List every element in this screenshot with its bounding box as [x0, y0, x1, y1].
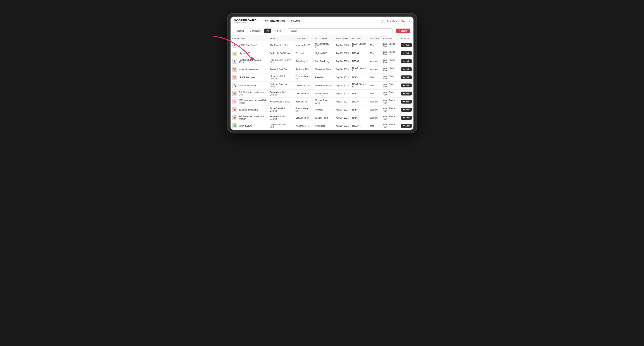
cell-gender: Men — [368, 49, 381, 57]
filter-button[interactable]: ≡ Filter — [273, 28, 284, 33]
edit-icon: ✏ — [403, 60, 405, 62]
logo-area: SCOREBOARD Powered by clippit — [234, 19, 257, 23]
event-icon: 🏌 — [232, 59, 237, 64]
edit-label: Edit — [406, 60, 410, 62]
tablet-frame: SCOREBOARD Powered by clippit TOURNAMENT… — [227, 13, 417, 133]
cell-event-name: 🦅 upike fall invitational — [230, 106, 268, 114]
edit-button[interactable]: ✏ Edit — [401, 75, 412, 79]
cell-division: NAIA — [350, 73, 368, 82]
event-icon: 🦅 — [232, 107, 237, 112]
col-start-date: START DATE — [334, 36, 350, 41]
cell-venue: Hesston Golf Course — [268, 98, 294, 106]
cell-event-name: 🌸 2023 Women's Hesston Fall Kickoff — [230, 98, 268, 106]
edit-button[interactable]: ✏ Edit — [401, 83, 412, 87]
edit-button[interactable]: ✏ Edit — [401, 67, 412, 71]
header-right: ⚙ Test User | Sign out — [381, 19, 410, 23]
event-name-text: VU PREVIEW — [238, 125, 252, 127]
cell-gender: Men — [368, 122, 381, 130]
edit-label: Edit — [406, 109, 410, 111]
col-division: DIVISION — [350, 36, 368, 41]
cell-event-name: 🦅 UPIKE Fall Invite — [230, 73, 268, 82]
tab-tournaments[interactable]: TOURNAMENTS — [262, 16, 288, 26]
cell-actions: ✏ Edit — [399, 57, 414, 65]
edit-button[interactable]: ✏ Edit — [401, 43, 412, 47]
cell-scoring: team, Stroke Play — [381, 73, 399, 82]
cell-scoring: team, Stroke Play — [381, 49, 399, 57]
cell-start-date: Aug 25, 2023 — [334, 49, 350, 57]
edit-button[interactable]: ✏ Edit — [401, 108, 412, 112]
cell-division: NCAA Division II — [350, 65, 368, 73]
cell-division: NJCAA I — [350, 49, 368, 57]
edit-button[interactable]: ✏ Edit — [401, 100, 412, 104]
edit-button[interactable]: ✏ Edit — [401, 116, 412, 120]
table-row: 🏌 Carl Sandburg Women FA23 Lake Bracken … — [230, 57, 414, 65]
table-row: 🐾 Morris Invitational Ruttger's Bay Lake… — [230, 82, 414, 90]
col-scoring: SCORING — [381, 36, 399, 41]
event-name-text: UPIKE Fall Invite — [238, 76, 255, 79]
edit-icon: ✏ — [403, 109, 405, 111]
table-row: 🌸 2023 Women's Hesston Fall Kickoff Hess… — [230, 98, 414, 106]
cell-hosted-by: Minnesota State — [313, 65, 334, 73]
col-gender: GENDER — [368, 36, 381, 41]
edit-label: Edit — [406, 117, 410, 119]
edit-label: Edit — [406, 76, 410, 78]
edit-label: Edit — [406, 92, 410, 95]
all-filter-button[interactable]: All — [264, 28, 271, 33]
cell-hosted-by: Mt. Saint Mary (NY) — [313, 41, 334, 49]
event-name-text: MSMC Qualifying 1 — [238, 44, 258, 46]
cell-division: NJCAA II — [350, 122, 368, 130]
filter-bar: Hosting Competing All ≡ Filter + Create — [230, 26, 414, 36]
cell-actions: ✏ Edit — [399, 122, 414, 130]
cell-scoring: team, Stroke Play — [381, 65, 399, 73]
gear-icon[interactable]: ⚙ — [381, 19, 385, 23]
cell-city-state: Faribault, MN — [294, 65, 314, 73]
cell-actions: ✏ Edit — [399, 82, 414, 90]
cell-venue: Cypress Hills Golf Club — [268, 122, 294, 130]
edit-icon: ✏ — [403, 76, 405, 78]
event-name-text: Carl Sandburg Women FA23 — [238, 59, 266, 64]
hosting-filter-button[interactable]: Hosting — [234, 28, 246, 33]
edit-button[interactable]: ✏ Edit — [401, 124, 412, 128]
edit-label: Edit — [406, 52, 410, 54]
cell-event-name: 🦅 Fall Statesmen Invitational - Men — [230, 90, 268, 98]
cell-city-state: Oskaloosa, IA — [294, 114, 314, 122]
tab-teams[interactable]: TEAMS — [288, 16, 303, 26]
app-header: SCOREBOARD Powered by clippit TOURNAMENT… — [230, 16, 414, 26]
cell-city-state: Hesston, KS — [294, 98, 314, 106]
event-name-text: Maverick Invitational — [238, 68, 258, 71]
user-name: Test User — [387, 20, 397, 22]
sign-out-link[interactable]: Sign out — [401, 20, 410, 22]
search-box — [288, 28, 392, 33]
logo-title: SCOREBOARD — [234, 19, 257, 22]
cell-actions: ✏ Edit — [399, 73, 414, 82]
cell-event-name: 🏌 MSMC Qualifying 1 — [230, 41, 268, 49]
edit-icon: ✏ — [403, 52, 405, 54]
edit-button[interactable]: ✏ Edit — [401, 92, 412, 96]
cell-venue: StoneCrest Golf Course — [268, 106, 294, 114]
cell-venue: The Powelton Club — [268, 41, 294, 49]
competing-filter-button[interactable]: Competing — [248, 28, 263, 33]
nav-tabs: TOURNAMENTS TEAMS — [262, 16, 381, 26]
cell-venue: Lake Bracken Country Club — [268, 57, 294, 65]
event-name-text: 2023 Women's Hesston Fall Kickoff — [238, 99, 266, 104]
cell-scoring: team, Stroke Play — [381, 106, 399, 114]
cell-division: NJCAA II — [350, 98, 368, 106]
cell-event-name: 🦅 Maverick Invitational — [230, 65, 268, 73]
cell-city-state: Deerwood, MN — [294, 82, 314, 90]
cell-gender: Men — [368, 41, 381, 49]
edit-button[interactable]: ✏ Edit — [401, 59, 412, 63]
event-icon: ⛳ — [232, 51, 237, 56]
cell-gender: Women — [368, 114, 381, 122]
search-input[interactable] — [288, 28, 392, 33]
cell-gender: Women — [368, 106, 381, 114]
event-icon: 🐾 — [232, 83, 237, 88]
cell-event-name: 🌿 VU PREVIEW — [230, 122, 268, 130]
event-icon: 🦅 — [232, 67, 237, 72]
edit-button[interactable]: ✏ Edit — [401, 51, 412, 55]
col-event-name: EVENT NAME — [230, 36, 268, 41]
cell-venue: Edmundson Golf Course — [268, 114, 294, 122]
cell-venue: Ruttger's Bay Lake Resort — [268, 82, 294, 90]
cell-hosted-by: Highland CC — [313, 49, 334, 57]
create-button[interactable]: + Create — [396, 28, 410, 33]
cell-hosted-by: William Penn — [313, 114, 334, 122]
